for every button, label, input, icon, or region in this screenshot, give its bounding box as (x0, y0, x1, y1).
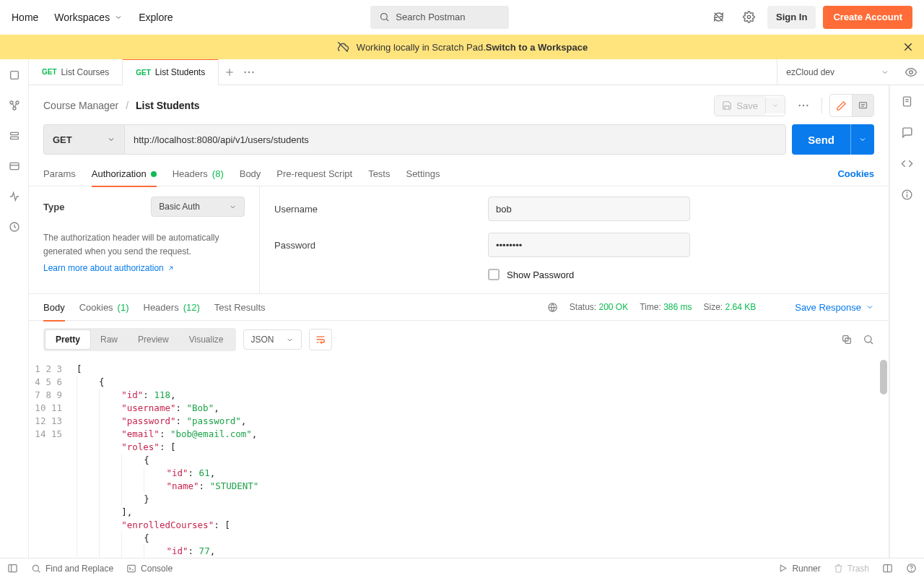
nav-home[interactable]: Home (12, 12, 38, 23)
size-label: Size: (703, 302, 723, 312)
search-icon (379, 12, 390, 22)
tab-list-students[interactable]: GET List Students (123, 59, 219, 85)
response-scrollbar[interactable] (880, 360, 887, 394)
tabs-more-icon[interactable] (243, 70, 255, 74)
view-raw[interactable]: Raw (90, 330, 128, 349)
apis-icon[interactable] (9, 100, 20, 111)
tab-tests[interactable]: Tests (368, 162, 390, 186)
show-password-label: Show Password (507, 269, 574, 280)
view-preview[interactable]: Preview (128, 330, 179, 349)
banner-link[interactable]: Switch to a Workspace (486, 42, 588, 53)
password-input[interactable] (488, 233, 690, 257)
tab-settings[interactable]: Settings (406, 162, 440, 186)
trash-button[interactable]: Trash (834, 564, 869, 574)
auth-type-label: Type (43, 202, 64, 212)
body-format-value: JSON (251, 335, 274, 345)
search-input[interactable]: Search Postman (370, 6, 509, 29)
request-more-icon[interactable] (793, 95, 814, 116)
svg-rect-25 (860, 102, 867, 108)
tab-headers[interactable]: Headers (8) (173, 162, 224, 186)
svg-line-34 (871, 342, 873, 344)
settings-icon[interactable] (737, 6, 760, 29)
wrap-lines-button[interactable] (309, 329, 332, 350)
body-format-selector[interactable]: JSON (243, 329, 302, 350)
send-dropdown[interactable] (850, 124, 874, 155)
response-body[interactable]: 1 2 3 4 5 6 7 8 9 10 11 12 13 14 15 [ { … (29, 358, 889, 558)
comments-panel-icon[interactable] (901, 126, 913, 139)
svg-point-23 (803, 105, 804, 106)
history-icon[interactable] (9, 221, 20, 233)
collections-icon[interactable] (9, 69, 20, 81)
console-button[interactable]: Console (126, 564, 173, 574)
close-icon[interactable] (902, 41, 914, 53)
monitors-icon[interactable] (9, 191, 20, 202)
tab-prerequest[interactable]: Pre-request Script (276, 162, 352, 186)
tab-authorization[interactable]: Authorization (92, 162, 157, 186)
method-selector[interactable]: GET (43, 124, 124, 155)
tab-list-courses[interactable]: GET List Courses (29, 59, 123, 85)
status-label: Status: (570, 302, 596, 312)
username-input[interactable] (488, 197, 690, 221)
search-response-icon[interactable] (863, 334, 874, 345)
save-response-button[interactable]: Save Response (795, 302, 874, 313)
comments-icon[interactable] (852, 95, 873, 116)
view-pretty[interactable]: Pretty (45, 330, 90, 349)
send-button[interactable]: Send (792, 124, 850, 155)
sidebar-toggle-icon[interactable] (7, 563, 18, 574)
create-account-button[interactable]: Create Account (823, 6, 912, 29)
request-sub-tabs: Params Authorization Headers (8) Body Pr… (29, 162, 889, 186)
environment-selector[interactable]: ezCloud dev (777, 59, 898, 85)
help-icon[interactable] (906, 563, 917, 574)
learn-more-label: Learn more about authorization (43, 263, 164, 273)
view-visualize[interactable]: Visualize (179, 330, 234, 349)
time-label: Time: (640, 302, 661, 312)
tab-headers-label: Headers (173, 168, 208, 179)
svg-point-18 (245, 71, 246, 72)
edit-icon[interactable] (830, 95, 852, 116)
save-button[interactable]: Save (714, 95, 785, 116)
auth-type-selector[interactable]: Basic Auth (151, 197, 245, 217)
runner-label: Runner (792, 564, 820, 574)
code-panel-icon[interactable] (901, 158, 913, 170)
svg-line-1 (387, 19, 389, 21)
network-icon[interactable] (547, 302, 558, 313)
resp-cookies-count: (1) (118, 302, 129, 313)
nav-workspaces[interactable]: Workspaces (54, 12, 123, 23)
env-quicklook-icon[interactable] (898, 66, 924, 79)
sign-in-button[interactable]: Sign In (767, 6, 816, 29)
url-input[interactable]: http://localhost:8080/api/v1/users/stude… (124, 124, 786, 155)
right-rail (889, 85, 924, 558)
chevron-down-icon (107, 135, 116, 144)
breadcrumb-collection[interactable]: Course Manager (43, 100, 118, 111)
tab-params[interactable]: Params (43, 162, 76, 186)
console-label: Console (141, 564, 173, 574)
status-value: 200 OK (599, 302, 629, 312)
auth-type-value: Basic Auth (159, 202, 200, 212)
banner-text: Working locally in Scratch Pad. (357, 42, 486, 53)
tab-body[interactable]: Body (240, 162, 261, 186)
chevron-down-icon (881, 68, 889, 77)
find-replace-button[interactable]: Find and Replace (31, 564, 113, 574)
resp-tab-body[interactable]: Body (43, 293, 65, 321)
sync-icon[interactable] (707, 6, 730, 29)
info-icon[interactable] (901, 189, 913, 201)
cookies-link[interactable]: Cookies (837, 168, 874, 179)
documentation-icon[interactable] (901, 95, 913, 108)
mock-servers-icon[interactable] (9, 160, 20, 172)
resp-tab-cookies[interactable]: Cookies (1) (79, 293, 129, 321)
two-pane-icon[interactable] (882, 563, 893, 574)
svg-point-3 (747, 15, 750, 18)
chevron-down-icon (866, 303, 874, 311)
new-tab-icon[interactable] (225, 67, 235, 77)
resp-tab-test-results[interactable]: Test Results (214, 293, 266, 321)
environments-icon[interactable] (9, 130, 20, 142)
runner-button[interactable]: Runner (778, 564, 820, 574)
learn-more-link[interactable]: Learn more about authorization (43, 263, 175, 273)
nav-explore[interactable]: Explore (139, 12, 173, 23)
svg-point-51 (911, 570, 912, 571)
resp-tab-headers[interactable]: Headers (12) (144, 293, 200, 321)
copy-icon[interactable] (841, 334, 853, 345)
show-password-checkbox[interactable] (488, 269, 500, 280)
svg-point-33 (865, 336, 871, 342)
save-dropdown[interactable] (765, 98, 785, 113)
